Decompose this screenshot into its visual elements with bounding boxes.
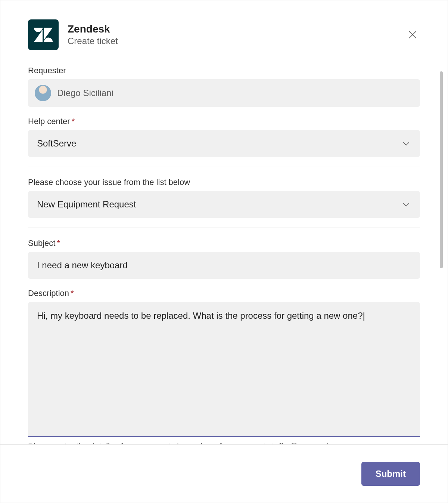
close-icon xyxy=(408,30,417,39)
subject-label: Subject* xyxy=(28,238,420,248)
divider xyxy=(28,167,420,167)
chevron-down-icon xyxy=(401,200,411,209)
create-ticket-form: Requester Diego Siciliani Help center* S… xyxy=(28,66,420,444)
required-marker: * xyxy=(72,117,75,126)
requester-value: Diego Siciliani xyxy=(57,88,113,98)
issue-select[interactable]: New Equipment Request xyxy=(28,191,420,218)
subject-input[interactable] xyxy=(28,252,420,279)
required-marker: * xyxy=(71,288,74,298)
dialog-window: Zendesk Create ticket Requester Diego Si… xyxy=(0,0,448,503)
dialog-body: Zendesk Create ticket Requester Diego Si… xyxy=(0,6,448,444)
dialog-footer: Submit xyxy=(0,444,448,503)
scrollbar-thumb[interactable] xyxy=(440,71,443,268)
divider xyxy=(28,228,420,228)
avatar xyxy=(35,85,51,101)
issue-label: Please choose your issue from the list b… xyxy=(28,178,420,187)
required-marker: * xyxy=(57,238,60,248)
help-center-value: SoftServe xyxy=(37,138,76,149)
help-center-label-text: Help center xyxy=(28,117,70,126)
requester-picker[interactable]: Diego Siciliani xyxy=(28,79,420,107)
description-input[interactable] xyxy=(28,302,420,437)
help-center-select[interactable]: SoftServe xyxy=(28,130,420,157)
app-title: Zendesk xyxy=(68,23,396,36)
dialog-header: Zendesk Create ticket xyxy=(28,19,420,50)
help-center-label: Help center* xyxy=(28,117,420,126)
description-field: Description* Please enter the details of… xyxy=(28,288,420,444)
dialog-titles: Zendesk Create ticket xyxy=(68,23,396,47)
description-help-text: Please enter the details of your request… xyxy=(28,441,420,444)
close-button[interactable] xyxy=(405,27,420,42)
issue-value: New Equipment Request xyxy=(37,199,136,210)
subject-label-text: Subject xyxy=(28,238,55,248)
description-label-text: Description xyxy=(28,288,69,298)
submit-button[interactable]: Submit xyxy=(361,462,420,486)
subject-field: Subject* xyxy=(28,238,420,279)
description-label: Description* xyxy=(28,288,420,298)
chevron-down-icon xyxy=(401,139,411,148)
requester-label: Requester xyxy=(28,66,420,75)
help-center-field: Help center* SoftServe xyxy=(28,117,420,157)
issue-field: Please choose your issue from the list b… xyxy=(28,178,420,218)
app-subtitle: Create ticket xyxy=(68,35,396,47)
requester-field: Requester Diego Siciliani xyxy=(28,66,420,107)
zendesk-logo-icon xyxy=(28,19,59,50)
